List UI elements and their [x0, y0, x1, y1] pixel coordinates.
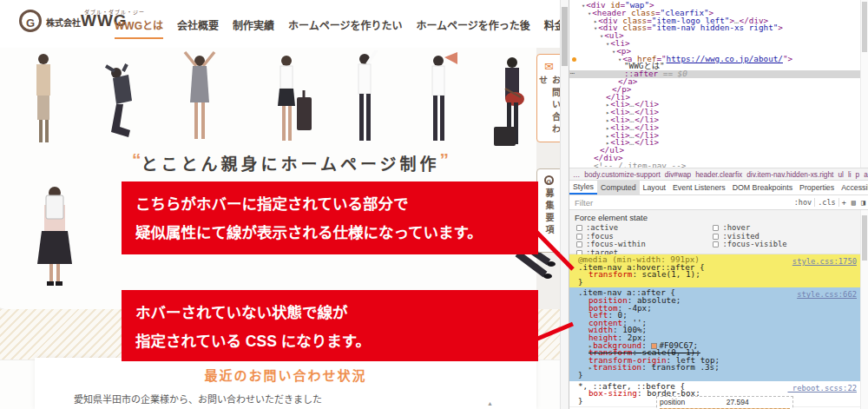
pseudo-state-label: :focus-visible — [722, 240, 786, 248]
expand-arrow-icon[interactable]: ▸ — [606, 125, 609, 132]
nav-item[interactable]: 料金 — [544, 17, 560, 39]
computed-styles-icon[interactable]: ▤ — [852, 198, 856, 207]
recruit-side-button-label: 募集要項 — [542, 188, 556, 237]
breadcrumb-item[interactable]: ul — [838, 170, 843, 179]
pseudo-state-label: :active — [586, 223, 618, 232]
position-value: 27.594 — [727, 398, 749, 406]
collapse-arrow-icon[interactable]: ▾ — [582, 3, 585, 10]
scrollbar-thumb[interactable] — [562, 7, 568, 66]
annotation-line: こちらがホバーに指定されている部分で — [135, 190, 538, 219]
stylesheet-link[interactable]: style.css:662 — [797, 290, 857, 299]
nav-item[interactable]: 会社概要 — [177, 17, 219, 39]
devtools-tab[interactable]: Properties — [796, 180, 838, 195]
scrollbar-thumb[interactable] — [862, 2, 867, 52]
annotation-line: 指定されている CSS になります。 — [135, 327, 538, 356]
breadcrumb-item[interactable]: header.clearfix — [695, 170, 742, 179]
node-menu-icon[interactable]: ⋯ — [570, 70, 575, 78]
breadcrumb-item[interactable]: div#wap — [665, 170, 691, 179]
elements-scrollbar[interactable] — [860, 0, 868, 168]
expand-arrow-icon[interactable]: ▸ — [606, 109, 609, 116]
box-model-diagram: position 27.594 margin - — [656, 396, 793, 409]
expand-arrow-icon[interactable]: ▸ — [606, 117, 609, 124]
collapse-arrow-icon[interactable]: ▾ — [618, 56, 621, 63]
devtools-tab-bar: StylesComputedLayoutEvent ListenersDOM B… — [569, 180, 868, 195]
position-label: position — [660, 398, 685, 406]
dom-tree-node[interactable]: "WWGとは" — [569, 63, 860, 70]
close-quote: ” — [440, 149, 450, 169]
devtools-tab[interactable]: DOM Breakpoints — [729, 180, 796, 195]
website-page: G ダブル・ダブル・ジー 株式会社WWG WWGとは会社概要制作実績ホームページ… — [0, 0, 560, 409]
site-header: G ダブル・ダブル・ジー 株式会社WWG WWGとは会社概要制作実績ホームページ… — [0, 0, 560, 48]
css-rules-pane: @media (min-width: 991px).item-nav a:hov… — [569, 254, 860, 409]
pseudo-state-label: :hover — [722, 223, 750, 232]
annotation-line: ホバーされていない状態で線が — [135, 299, 538, 327]
page-scrollbar[interactable] — [560, 0, 569, 409]
breadcrumb-item[interactable]: a — [864, 170, 868, 179]
contact-side-button[interactable]: ✉ お問い合わせ — [536, 54, 560, 142]
logo-company-prefix: 株式会社 — [46, 18, 81, 28]
inquiry-card-title: 最近のお問い合わせ状況 — [35, 366, 536, 384]
scrollbar-thumb[interactable] — [862, 215, 867, 261]
devtools-tab[interactable]: Layout — [640, 180, 669, 195]
pseudo-state-checkbox[interactable] — [713, 234, 719, 240]
expand-arrow-icon[interactable]: ▸ — [606, 133, 609, 140]
toggle-element-state-button[interactable]: :hov — [794, 198, 812, 207]
expand-arrow-icon[interactable]: ▸ — [589, 365, 592, 372]
pseudo-state-checkbox[interactable] — [576, 234, 582, 240]
divider — [814, 198, 815, 207]
nav-item[interactable]: 制作実績 — [233, 17, 274, 39]
nav-item[interactable]: ホームページを作った後 — [416, 17, 529, 39]
logo-icon: G — [19, 10, 42, 32]
nav-item[interactable]: WWGとは — [115, 17, 163, 39]
expand-arrow-icon[interactable]: ▸ — [606, 102, 609, 109]
breadcrumb-item[interactable]: li — [848, 170, 852, 179]
main-nav: WWGとは会社概要制作実績ホームページを作りたいホームページを作った後料金できる… — [115, 17, 560, 39]
stylesheet-link[interactable]: _reboot.scss:22 — [788, 384, 857, 393]
hero-headline: “とことん親身にホームページ制作” — [97, 151, 483, 175]
stylesheet-link[interactable]: style.css:1750 — [792, 257, 857, 266]
styles-scrollbar[interactable] — [860, 210, 868, 409]
element-classes-button[interactable]: .cls — [818, 198, 835, 207]
devtools-tab[interactable]: Computed — [597, 180, 640, 195]
css-property[interactable]: transform: scale(1, 1); — [578, 271, 857, 279]
contact-side-button-label: お問い合わせ — [536, 76, 561, 142]
elements-tree: ▾<div id="wap">▾<header class="clearfix"… — [569, 2, 860, 168]
person-with-tablet — [33, 184, 76, 290]
devtools-tab[interactable]: Event Listeners — [669, 180, 729, 195]
force-state-column: :active:focus:focus-within:target — [569, 224, 706, 257]
site-logo[interactable]: G ダブル・ダブル・ジー 株式会社WWG — [19, 10, 128, 32]
dom-tree-node[interactable]: ::after == $0⋯ — [569, 70, 860, 78]
recruit-side-button[interactable]: G 募集要項 — [536, 168, 560, 253]
dom-change-dot — [572, 57, 576, 62]
annotation-line: 疑似属性にて線が表示される仕様になっています。 — [135, 219, 538, 247]
pseudo-state-checkbox[interactable] — [576, 241, 582, 247]
pseudo-state-checkbox[interactable] — [576, 225, 582, 231]
styles-filter-bar: Filter :hov .cls + ▤ ◨ — [569, 195, 868, 210]
collapse-arrow-icon[interactable]: ▾ — [606, 41, 609, 48]
collapse-arrow-icon[interactable]: ▾ — [612, 49, 615, 56]
css-rule: @media (min-width: 991px).item-nav a:hov… — [569, 254, 860, 287]
css-property[interactable]: ▸transition: transform .3s; — [578, 364, 857, 372]
dom-tree-node[interactable]: ▾<a href="https://wwg.co.jp/about/"> — [569, 56, 860, 63]
collapse-arrow-icon[interactable]: ▾ — [588, 10, 591, 17]
dom-breadcrumb-bar: …body.customize-supportdiv#wapheader.cle… — [569, 168, 868, 181]
scroll-up-icon[interactable]: ▲ — [487, 400, 493, 406]
force-state-column: :hover:visited:focus-visible — [706, 224, 860, 257]
headline-text: とことん親身にホームページ制作 — [141, 155, 439, 174]
breadcrumb-item[interactable]: p — [856, 170, 860, 179]
sidebar-toggle-icon[interactable]: ◨ — [861, 198, 865, 207]
collapse-arrow-icon[interactable]: ▾ — [594, 25, 597, 32]
nav-item[interactable]: ホームページを作りたい — [288, 17, 402, 39]
collapse-arrow-icon[interactable]: ▾ — [600, 33, 603, 40]
pseudo-state-checkbox[interactable] — [713, 225, 719, 231]
logo-icon: G — [544, 175, 554, 185]
devtools-tab[interactable]: Styles — [569, 180, 597, 195]
filter-input[interactable]: Filter — [575, 198, 792, 208]
breadcrumb-item[interactable]: div.item-nav.hidden-xs.right — [746, 170, 833, 179]
dom-tree-node[interactable]: ▾<li> — [569, 40, 860, 48]
breadcrumb-item[interactable]: body.customize-support — [584, 170, 660, 179]
new-style-rule-button[interactable]: + — [842, 198, 846, 207]
devtools-tab[interactable]: Accessibility — [838, 180, 868, 195]
pseudo-state-checkbox[interactable] — [713, 241, 719, 247]
expand-arrow-icon[interactable]: ▸ — [594, 18, 597, 25]
